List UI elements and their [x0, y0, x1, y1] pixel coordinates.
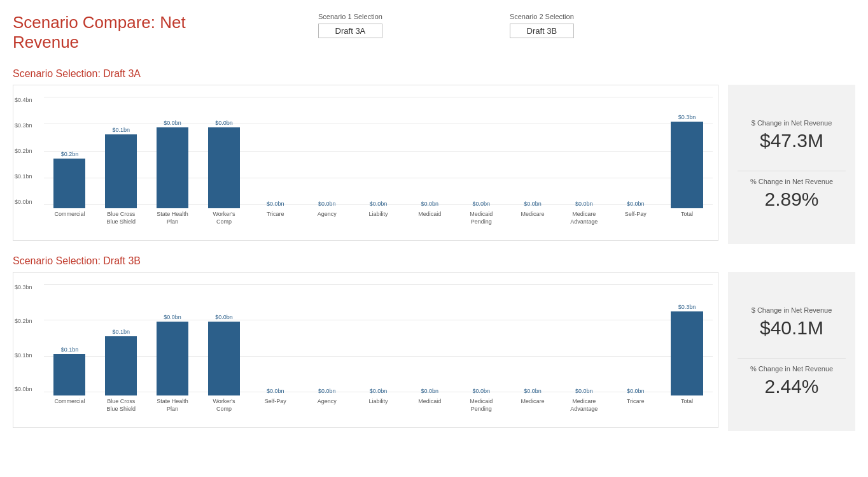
bar-group-1: $0.1bn — [95, 287, 147, 395]
bar-rect-3 — [208, 127, 240, 208]
bar-group-8: $0.0bn — [456, 100, 507, 208]
bar-value-1: $0.1bn — [113, 329, 130, 335]
bar-group-0: $0.1bn — [44, 287, 95, 395]
page-header: Scenario Compare: Net Revenue Scenario 1… — [13, 13, 855, 59]
bar-value-1: $0.1bn — [113, 127, 130, 133]
x-label-8: MedicaidPending — [456, 398, 507, 413]
bar-group-0: $0.2bn — [44, 100, 95, 208]
x-label-3: Worker'sComp — [199, 398, 250, 413]
x-label-11: Self-Pay — [610, 211, 661, 218]
bar-rect-12 — [671, 311, 703, 395]
bar-group-6: $0.0bn — [353, 287, 404, 395]
bar-value-2: $0.0bn — [164, 314, 181, 320]
bar-value-6: $0.0bn — [370, 201, 388, 207]
chart1-bars: $0.2bn$0.1bn$0.0bn$0.0bn$0.0bn$0.0bn$0.0… — [44, 90, 713, 208]
bar-group-11: $0.0bn — [610, 287, 661, 395]
bar-value-10: $0.0bn — [575, 201, 593, 207]
scenario1-value[interactable]: Draft 3A — [318, 24, 382, 38]
bar-value-5: $0.0bn — [318, 388, 336, 394]
scenario2-label: Scenario 2 Selection — [510, 13, 574, 20]
bar-group-5: $0.0bn — [301, 287, 353, 395]
bar-rect-3 — [208, 322, 240, 395]
bar-value-0: $0.2bn — [61, 151, 79, 157]
bar-value-8: $0.0bn — [472, 388, 490, 394]
x-label-7: Medicaid — [404, 211, 456, 218]
page-title: Scenario Compare: Net Revenue — [13, 13, 255, 52]
chart2-x-labels: CommercialBlue CrossBlue ShieldState Hea… — [44, 395, 713, 427]
bar-value-3: $0.0bn — [215, 314, 233, 320]
x-label-1: Blue CrossBlue Shield — [95, 211, 147, 225]
x-label-3: Worker'sComp — [199, 211, 250, 225]
chart2-bars: $0.1bn$0.1bn$0.0bn$0.0bn$0.0bn$0.0bn$0.0… — [44, 278, 713, 395]
bar-group-12: $0.3bn — [661, 287, 713, 395]
bar-group-3: $0.0bn — [199, 287, 250, 395]
bar-group-2: $0.0bn — [147, 100, 199, 208]
chart1-pct-label: % Change in Net Revenue — [750, 178, 833, 185]
x-label-6: Liability — [353, 398, 404, 406]
bar-rect-12 — [671, 122, 703, 208]
bar-group-3: $0.0bn — [199, 100, 250, 208]
x-label-0: Commercial — [44, 211, 95, 218]
bar-group-8: $0.0bn — [456, 287, 507, 395]
x-label-10: MedicareAdvantage — [558, 398, 610, 413]
x-label-12: Total — [661, 398, 713, 406]
x-label-5: Agency — [301, 211, 353, 218]
chart1-stats: $ Change in Net Revenue $47.3M % Change … — [728, 85, 855, 244]
bar-rect-2 — [157, 322, 188, 395]
bar-rect-1 — [105, 336, 137, 395]
bar-group-7: $0.0bn — [404, 287, 456, 395]
bar-value-10: $0.0bn — [575, 388, 593, 394]
x-label-7: Medicaid — [404, 398, 456, 406]
bar-value-9: $0.0bn — [524, 388, 542, 394]
bar-value-4: $0.0bn — [267, 388, 284, 394]
chart1-x-labels: CommercialBlue CrossBlue ShieldState Hea… — [44, 208, 713, 240]
chart2-pct-value: 2.44% — [764, 376, 818, 397]
chart2-change-value: $40.1M — [760, 317, 823, 339]
x-label-1: Blue CrossBlue Shield — [95, 398, 147, 413]
chart1-y-axis: $0.0bn $0.1bn $0.2bn $0.3bn $0.4bn — [15, 97, 32, 205]
bar-group-12: $0.3bn — [661, 100, 713, 208]
bar-group-11: $0.0bn — [610, 100, 661, 208]
chart2-stats: $ Change in Net Revenue $40.1M % Change … — [728, 272, 855, 431]
bar-value-5: $0.0bn — [318, 201, 336, 207]
x-label-0: Commercial — [44, 398, 95, 406]
bar-rect-0 — [53, 159, 85, 208]
bar-rect-0 — [53, 354, 85, 395]
bar-rect-1 — [105, 134, 137, 208]
bar-group-2: $0.0bn — [147, 287, 199, 395]
bar-group-9: $0.0bn — [507, 100, 559, 208]
scenario2-value[interactable]: Draft 3B — [510, 24, 574, 38]
bar-group-7: $0.0bn — [404, 100, 456, 208]
bar-group-6: $0.0bn — [353, 100, 404, 208]
bar-group-10: $0.0bn — [558, 100, 610, 208]
bar-value-0: $0.1bn — [61, 346, 79, 353]
bar-value-4: $0.0bn — [267, 201, 284, 207]
chart2-pct-label: % Change in Net Revenue — [750, 365, 833, 373]
scenario2-selector: Scenario 2 Selection Draft 3B — [510, 13, 574, 38]
scenario1-label: Scenario 1 Selection — [318, 13, 382, 20]
bar-value-6: $0.0bn — [370, 388, 388, 394]
x-label-11: Tricare — [610, 398, 661, 406]
x-label-9: Medicare — [507, 211, 559, 218]
chart2-title: Scenario Selection: Draft 3B — [13, 255, 855, 267]
x-label-12: Total — [661, 211, 713, 218]
bar-value-12: $0.3bn — [678, 114, 696, 120]
bar-value-7: $0.0bn — [421, 201, 439, 207]
bar-group-10: $0.0bn — [558, 287, 610, 395]
chart1-title: Scenario Selection: Draft 3A — [13, 68, 855, 80]
bar-group-4: $0.0bn — [249, 100, 301, 208]
x-label-4: Self-Pay — [249, 398, 301, 406]
x-label-4: Tricare — [249, 211, 301, 218]
x-label-2: State HealthPlan — [147, 398, 199, 413]
x-label-9: Medicare — [507, 398, 559, 406]
x-label-5: Agency — [301, 398, 353, 406]
bar-rect-2 — [157, 127, 188, 208]
x-label-8: MedicaidPending — [456, 211, 507, 225]
chart2-change-label: $ Change in Net Revenue — [752, 306, 832, 314]
bar-group-5: $0.0bn — [301, 100, 353, 208]
bar-value-7: $0.0bn — [421, 388, 439, 394]
bar-value-9: $0.0bn — [524, 201, 542, 207]
chart2-section: Scenario Selection: Draft 3B $0.0bn $0.1… — [13, 255, 855, 431]
bar-group-4: $0.0bn — [249, 287, 301, 395]
bar-value-12: $0.3bn — [678, 304, 696, 310]
